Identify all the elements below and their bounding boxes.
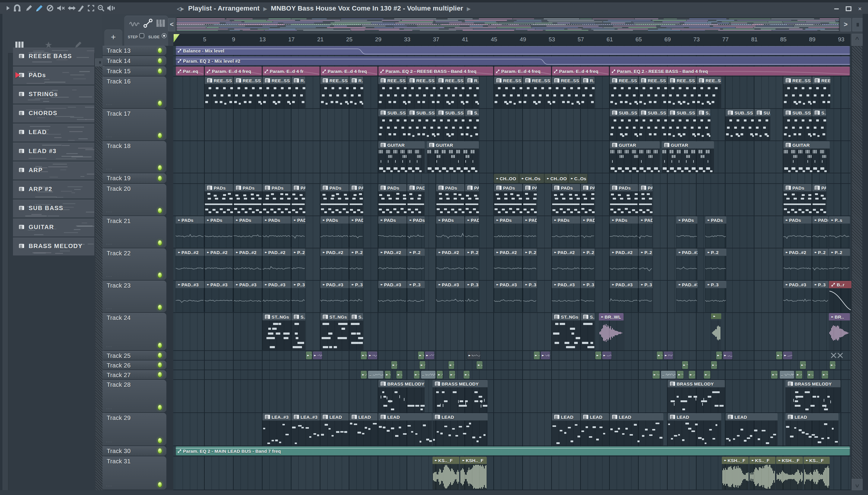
clip-sm[interactable]: ▸▸ <box>534 352 540 359</box>
clip-sm[interactable]: ▸▸ <box>595 352 601 359</box>
clip-pad-#2[interactable]: ▸▸PAD..#2 <box>676 249 697 280</box>
clip-sub-ss[interactable]: SUB..SS <box>667 109 696 140</box>
pattern-item-strings[interactable]: STRINGs <box>13 86 94 104</box>
clip-pads[interactable]: PADs <box>349 184 363 216</box>
track-mute-led[interactable] <box>158 362 162 368</box>
clip-pads[interactable]: ▸▸PADs <box>705 217 726 248</box>
clip-pads[interactable]: ▸▸PADs <box>610 217 638 248</box>
clip-ree-ss[interactable]: REE..SS <box>436 77 465 108</box>
clip-ch-oo[interactable]: ▸▸CH..OO <box>544 174 568 183</box>
clip-pad-#2[interactable]: ▸▸PAD..#2 <box>378 249 406 280</box>
track-header-25[interactable]: Track 25 <box>103 351 167 360</box>
clip-sm[interactable]: ▸▸ <box>711 361 717 369</box>
clip-p-s[interactable]: ▸▸P..s <box>829 217 850 248</box>
clip-param-eq-2-reese-bass-band-4-freq[interactable]: Param. EQ 2 - REESE BASS - Band 4 freq <box>610 67 850 76</box>
clip-br-[interactable]: ▸▸BR.. <box>829 313 850 350</box>
clip-sm[interactable]: ▸▸ <box>723 352 733 359</box>
clip-pads[interactable]: ▸▸PADs <box>262 217 291 248</box>
track-resize-dots[interactable]: ··· <box>106 344 112 349</box>
clip-sm[interactable]: ▸▸ <box>800 361 806 369</box>
track-lane-20[interactable]: PADsPADsPADsPADsPADsPADsPADsPADsPADsPADs… <box>173 184 851 216</box>
clip-ks-f[interactable]: ▸▸KS.._F <box>749 457 776 490</box>
clip-r-s[interactable]: R..S <box>292 77 305 108</box>
clip-pads[interactable]: ▸▸PADs <box>523 217 537 248</box>
clip-ree-ss[interactable]: REE..SS <box>262 77 291 108</box>
track-header-16[interactable]: Track 16··· <box>103 76 167 108</box>
clip-sm[interactable]: ▸▸ <box>807 371 814 379</box>
clip-sub-ss[interactable]: SUB..SS <box>639 109 667 140</box>
noentry-icon[interactable] <box>47 4 54 13</box>
clip-s-gs[interactable]: S..Gs <box>581 313 595 350</box>
clip-sm[interactable]: ▸▸ <box>419 361 426 369</box>
track-header-21[interactable]: Track 21··· <box>103 216 167 248</box>
clip-lead[interactable]: LEAD <box>785 413 838 446</box>
play-icon[interactable] <box>6 4 10 13</box>
track-lane-19[interactable]: ▸▸CH..OO▸▸CH..Os▸▸CH..OO▸▸C..Os <box>173 173 851 184</box>
clip-sm[interactable]: ▸▸ <box>391 361 397 369</box>
clip-sm[interactable]: ▸▸ <box>449 361 454 369</box>
track-header-27[interactable]: Track 27 <box>103 370 167 379</box>
pattern-item-lead-3[interactable]: LEAD #3 <box>13 142 94 161</box>
clip-sm[interactable]: ▸▸ <box>783 352 793 359</box>
clip-pad-#2[interactable]: ▸▸PAD..#2 <box>610 249 638 280</box>
clip-sm[interactable]: ▸▸ <box>657 352 663 359</box>
clip-ks-f[interactable]: ▸▸KS.._F <box>803 457 830 490</box>
clip-sm[interactable]: .. <box>661 371 675 379</box>
clip-pad-#3[interactable]: ▸▸PAD..#3 <box>233 281 262 312</box>
clip-st-ngs[interactable]: ST..NGs <box>262 313 291 350</box>
track-header-17[interactable]: Track 17··· <box>103 109 167 140</box>
track-resize-dots[interactable]: ··· <box>106 273 112 278</box>
track-mute-led[interactable] <box>158 240 162 246</box>
clip-sm[interactable]: ▸▸ <box>653 371 660 379</box>
clip-sm[interactable]: ▸▸ <box>476 361 483 369</box>
clip-pad-#3[interactable]: ▸▸PAD..#3 <box>552 281 580 312</box>
clip-pads[interactable]: ▸▸PADs <box>378 217 406 248</box>
track-header-24[interactable]: Track 24··· <box>103 313 167 350</box>
clip-sm[interactable]: .. <box>421 371 435 379</box>
clip-pads[interactable]: PADs <box>812 184 826 216</box>
clip-p-3[interactable]: ▸▸P..3 <box>812 281 828 312</box>
clip-brass-melody[interactable]: BRASS MELODY <box>378 380 425 412</box>
pattern-item-sub-bass[interactable]: SUB BASS <box>13 200 94 218</box>
track-header-14[interactable]: Track 14 <box>103 56 167 66</box>
clip-s-s[interactable]: S..S <box>465 109 479 140</box>
track-header-30[interactable]: Track 30 <box>103 446 167 456</box>
clip-param-e-d-4-fr[interactable]: Param. E..d 4 fr <box>262 67 320 76</box>
clip-ree-ss[interactable]: REE..SS <box>407 77 435 108</box>
clip-pad-#2[interactable]: ▸▸PAD..#2 <box>262 249 291 280</box>
clip-pad-#2[interactable]: ▸▸PAD..#2 <box>233 249 262 280</box>
clip-st-ngs[interactable]: ST..NGs <box>552 313 580 350</box>
clip-ree-ss[interactable]: REE..SS <box>552 77 580 108</box>
piano-tool-icon[interactable] <box>156 19 165 28</box>
clip-pad-#3[interactable]: ▸▸PAD..#3 <box>320 281 349 312</box>
slide-toggle[interactable] <box>161 33 167 38</box>
clip-sm[interactable]: ▸▸ <box>677 371 683 379</box>
track-lane-27[interactable]: ▸▸..▸▸▸▸▸▸..▸▸▸▸▸▸▸▸..▸▸▸▸▸▸▸▸..▸▸▸▸▸▸ <box>173 370 851 380</box>
clip-pad-#3[interactable]: ▸▸PAD..#3 <box>205 281 233 312</box>
track-mute-led[interactable] <box>158 353 162 358</box>
minimize-button[interactable] <box>832 5 840 12</box>
track-resize-dots[interactable]: ··· <box>106 166 112 171</box>
track-mute-led[interactable] <box>158 100 162 106</box>
track-header-18[interactable]: Track 18··· <box>103 141 167 173</box>
clip-pad-#3[interactable]: ▸▸PAD..#3 <box>494 281 522 312</box>
clip-p-2[interactable]: ▸▸P..2 <box>639 249 653 280</box>
track-lane-14[interactable]: Param. EQ 2 - Mix level #2 <box>173 56 851 66</box>
clip-sm[interactable]: ▸▸ <box>830 361 836 369</box>
track-mute-led[interactable] <box>158 133 162 138</box>
clip-ks-f[interactable]: ▸▸KS.._F <box>433 457 459 490</box>
clip-p-2[interactable]: ▸▸P..2 <box>349 249 363 280</box>
clip-pad-#3[interactable]: ▸▸PAD..#3 <box>176 281 204 312</box>
clip-brass-melody[interactable]: BRASS MELODY <box>667 380 725 412</box>
clip-brass-melody[interactable]: BRASS MELODY <box>785 380 840 412</box>
scroll-left-button[interactable]: < <box>168 18 175 31</box>
clip-p-2[interactable]: ▸▸P..2 <box>407 249 425 280</box>
track-lane-13[interactable]: Balance - Mix level <box>173 46 851 56</box>
clip-ree-ss[interactable]: REE..SS <box>205 77 233 108</box>
track-resize-dots[interactable]: ··· <box>106 102 112 107</box>
pattern-item-guitar[interactable]: GUITAR <box>13 219 94 237</box>
clip-balance-mix-level[interactable]: Balance - Mix level <box>176 46 850 55</box>
clip-p-2[interactable]: ▸▸P..2 <box>465 249 479 280</box>
clip-sm[interactable]: ▸▸ <box>414 371 420 379</box>
clip-param-e-d-4-freq[interactable]: Param. E..d 4 freq <box>205 67 262 76</box>
